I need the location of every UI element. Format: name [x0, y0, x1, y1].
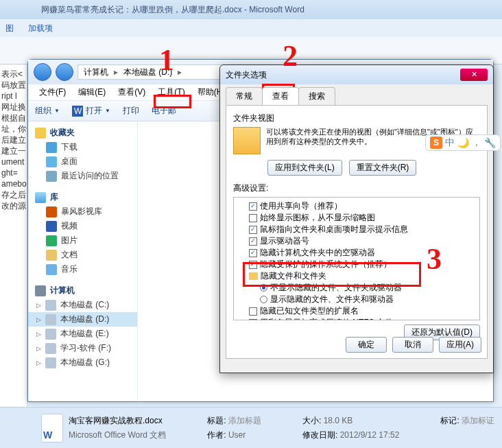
dialog-title: 文件夹选项: [226, 69, 460, 81]
sidebar-videos[interactable]: 视频: [28, 219, 137, 233]
open-button[interactable]: W打开▼: [72, 105, 110, 117]
tab-general[interactable]: 常规: [226, 87, 263, 105]
expand-icon: ▷: [36, 359, 41, 366]
video-icon: [46, 221, 57, 232]
chevron-right-icon: ▸: [178, 67, 182, 77]
back-button[interactable]: [34, 63, 51, 81]
word-title-bar: 网赚菜鸟霍常亮成长记：从哪里跌倒，从哪里爬起.docx - Microsoft …: [0, 0, 502, 19]
sidebar-favorites[interactable]: 收藏夹: [28, 126, 137, 140]
sogou-icon[interactable]: S: [430, 137, 442, 149]
sidebar-computer[interactable]: 计算机: [28, 283, 137, 298]
checkbox[interactable]: [249, 202, 257, 211]
expand-icon: ▷: [36, 316, 41, 323]
explorer-sidebar: 收藏夹 下载 桌面 最近访问的位置 库 暴风影视库 视频 图片 文档 音乐 计算…: [28, 121, 138, 401]
menu-tools[interactable]: 工具(T): [154, 85, 189, 99]
expand-icon: ▷: [36, 345, 41, 352]
image-icon: [46, 235, 57, 246]
drive-icon: [45, 300, 56, 311]
checkbox[interactable]: [249, 261, 257, 269]
folder-options-dialog: 文件夹选项 ✕ 常规 查看 搜索 文件夹视图 可以将该文件夹正在使用的视图（例如…: [219, 64, 494, 373]
advanced-settings-list[interactable]: 使用共享向导（推荐） 始终显示图标，从不显示缩略图 鼠标指向文件夹和桌面项时显示…: [233, 197, 480, 320]
sidebar-music[interactable]: 音乐: [28, 262, 137, 276]
sidebar-drive-f[interactable]: ▷学习-软件 (F:): [28, 341, 137, 355]
chevron-right-icon: ▸: [114, 67, 118, 77]
drive-icon: [45, 329, 56, 340]
star-icon: [35, 128, 46, 139]
cancel-button[interactable]: 取消: [392, 337, 433, 353]
sidebar-pictures[interactable]: 图片: [28, 233, 137, 248]
svg-text:W: W: [74, 106, 82, 116]
chevron-down-icon: ▼: [54, 108, 60, 114]
expand-icon: ▷: [36, 331, 41, 338]
recent-icon: [46, 171, 57, 182]
breadcrumb-computer[interactable]: 计算机: [81, 67, 111, 78]
ime-zhong[interactable]: 中: [445, 137, 455, 149]
word-icon: W: [72, 106, 83, 117]
sidebar-drive-c[interactable]: ▷本地磁盘 (C:): [28, 298, 137, 312]
folder-view-label: 文件夹视图: [233, 113, 480, 124]
sidebar-libraries[interactable]: 库: [28, 190, 137, 204]
sidebar-documents[interactable]: 文档: [28, 248, 137, 262]
drive-icon: [45, 314, 56, 325]
ime-toolbar[interactable]: S 中 🌙 ， 🔧: [425, 134, 501, 151]
comma-icon[interactable]: ，: [472, 137, 481, 149]
chevron-down-icon: ▼: [105, 108, 110, 114]
selected-filename: 淘宝客网赚实战教程.docx: [69, 415, 166, 427]
sof-drive-d[interactable]: ▷本地磁盘 (D:): [28, 312, 137, 327]
word-menu-addins[interactable]: 加载项: [28, 23, 53, 33]
close-button[interactable]: ✕: [460, 69, 488, 81]
sidebar-storm[interactable]: 暴风影视库: [28, 204, 137, 219]
folder-icon: [249, 272, 258, 280]
sidebar-recent[interactable]: 最近访问的位置: [28, 169, 137, 183]
word-menu-bar: 图 加载项: [0, 19, 502, 37]
dialog-tabs: 常规 查看 搜索: [220, 84, 493, 105]
sidebar-desktop[interactable]: 桌面: [28, 154, 137, 169]
apply-to-folders-button[interactable]: 应用到文件夹(L): [267, 160, 342, 176]
sidebar-downloads[interactable]: 下载: [28, 140, 137, 154]
email-button[interactable]: 电子邮: [152, 105, 176, 117]
advanced-settings-label: 高级设置:: [233, 182, 480, 194]
reset-folders-button[interactable]: 重置文件夹(R): [349, 160, 417, 176]
breadcrumb-drive-d[interactable]: 本地磁盘 (D:): [121, 67, 175, 78]
wrench-icon[interactable]: 🔧: [484, 137, 496, 148]
radio[interactable]: [260, 284, 267, 292]
drive-icon: [45, 357, 56, 368]
menu-file[interactable]: 文件(F): [35, 85, 70, 99]
print-button[interactable]: 打印: [123, 105, 139, 117]
download-icon: [46, 142, 57, 153]
radio[interactable]: [260, 296, 267, 303]
menu-view[interactable]: 查看(V): [114, 85, 150, 99]
word-menu-tu[interactable]: 图: [5, 23, 14, 33]
dialog-title-bar[interactable]: 文件夹选项 ✕: [220, 65, 493, 84]
tab-search[interactable]: 搜索: [298, 87, 335, 105]
sidebar-drive-e[interactable]: ▷本地磁盘 (E:): [28, 327, 137, 341]
apply-button[interactable]: 应用(A): [439, 337, 481, 353]
menu-edit[interactable]: 编辑(E): [74, 85, 110, 99]
checkbox[interactable]: [249, 226, 257, 234]
document-icon: [46, 250, 57, 261]
word-doc-title: 网赚菜鸟霍常亮成长记：从哪里跌倒，从哪里爬起.docx - Microsoft …: [41, 5, 304, 14]
folder-view-icon: [233, 127, 261, 154]
organize-button[interactable]: 组织▼: [35, 105, 60, 117]
music-icon: [46, 264, 57, 275]
drive-icon: [45, 343, 56, 354]
expand-icon: ▷: [36, 302, 41, 309]
word-document-area: 表示<码放置ript l 网址换根据自址，你也 后建立建立一 umentght=…: [0, 64, 27, 408]
sidebar-drive-g[interactable]: ▷本地磁盘 (G:): [28, 355, 137, 370]
checkbox[interactable]: [249, 214, 257, 222]
checkbox[interactable]: [249, 319, 257, 321]
moon-icon[interactable]: 🌙: [457, 137, 469, 148]
computer-icon: [35, 285, 46, 296]
library-icon: [35, 192, 46, 203]
checkbox[interactable]: [249, 307, 257, 316]
forward-button[interactable]: [56, 63, 73, 81]
checkbox[interactable]: [249, 237, 257, 246]
document-icon: [41, 414, 63, 443]
ok-button[interactable]: 确定: [346, 337, 387, 353]
desktop-icon: [46, 156, 57, 167]
video-lib-icon: [46, 207, 57, 217]
explorer-details-pane: 淘宝客网赚实战教程.docx Microsoft Office Word 文档 …: [0, 407, 502, 448]
tab-view[interactable]: 查看: [262, 87, 299, 105]
checkbox[interactable]: [249, 249, 257, 257]
